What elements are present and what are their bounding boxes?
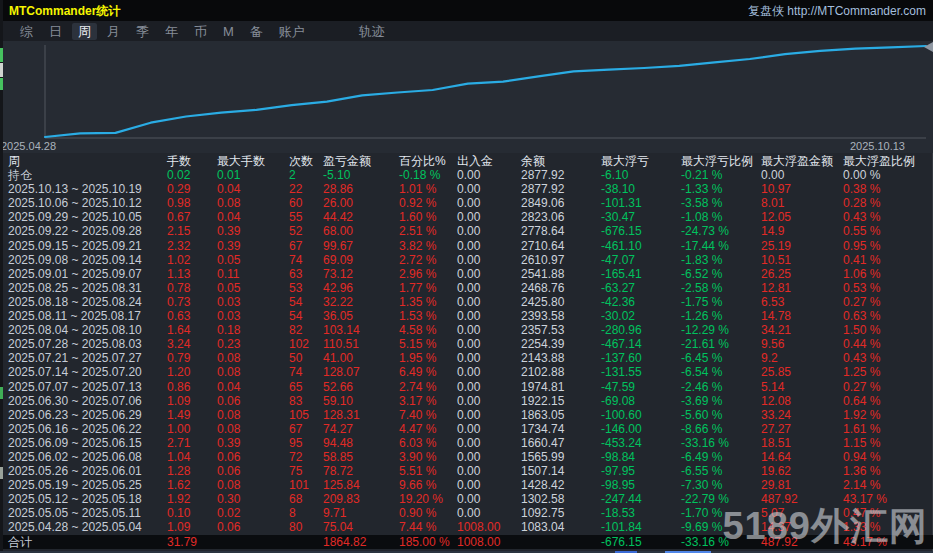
cell: 2143.88 xyxy=(516,351,596,365)
table-row[interactable]: 2025.05.26 ~ 2025.06.011.280.067578.725.… xyxy=(0,464,933,478)
cell: 0.00 xyxy=(452,478,516,492)
cell: 0.00 xyxy=(452,408,516,422)
row-label: 合计 xyxy=(0,535,162,549)
cell: 0.06 xyxy=(212,394,284,408)
cell: 1.36 % xyxy=(838,464,933,478)
cell: -38.10 xyxy=(596,182,676,196)
menu-item-selected[interactable]: 周 xyxy=(72,23,97,40)
table-row[interactable]: 2025.10.13 ~ 2025.10.190.290.042228.861.… xyxy=(0,182,933,196)
cell: -467.14 xyxy=(596,337,676,351)
cell: 74 xyxy=(284,253,318,267)
cell: 0.04 xyxy=(212,210,284,224)
cell: 0.00 xyxy=(452,281,516,295)
menu-item[interactable]: 币 xyxy=(188,23,213,40)
table-row[interactable]: 2025.05.05 ~ 2025.05.110.100.0289.710.90… xyxy=(0,506,933,520)
cell: -8.66 % xyxy=(676,422,756,436)
equity-curve-svg xyxy=(0,41,933,153)
cell: 1.33 % xyxy=(838,520,933,534)
cell: 36.05 xyxy=(318,309,394,323)
cell: 14.9 xyxy=(756,224,838,238)
cell: 2.71 xyxy=(162,436,212,450)
cell: -1.33 % xyxy=(676,182,756,196)
cell: 0.63 xyxy=(162,309,212,323)
table-row[interactable]: 2025.06.16 ~ 2025.06.221.000.086774.274.… xyxy=(0,422,933,436)
cell: 1008.00 xyxy=(452,520,516,534)
table-row[interactable]: 2025.09.08 ~ 2025.09.141.020.057469.092.… xyxy=(0,253,933,267)
cell: 1863.05 xyxy=(516,408,596,422)
menu-item[interactable]: 季 xyxy=(130,23,155,40)
cell: 75 xyxy=(284,464,318,478)
row-label: 2025.09.29 ~ 2025.10.05 xyxy=(0,210,162,224)
table-row[interactable]: 2025.09.15 ~ 2025.09.212.320.396799.673.… xyxy=(0,239,933,253)
table-row[interactable]: 2025.07.14 ~ 2025.07.201.200.0874128.076… xyxy=(0,365,933,379)
table-row[interactable]: 合计31.791864.82185.00 %1008.00-676.15-33.… xyxy=(0,535,933,549)
cell: 3.24 xyxy=(162,337,212,351)
cell: -22.79 % xyxy=(676,492,756,506)
table-row[interactable]: 2025.04.28 ~ 2025.05.041.090.068075.047.… xyxy=(0,520,933,534)
table-row[interactable]: 2025.10.06 ~ 2025.10.120.980.086026.000.… xyxy=(0,196,933,210)
row-label: 2025.05.05 ~ 2025.05.11 xyxy=(0,506,162,520)
cell: -247.44 xyxy=(596,492,676,506)
menu-item[interactable]: M xyxy=(217,23,240,40)
cell: 2541.88 xyxy=(516,267,596,281)
cell: 1.64 xyxy=(162,323,212,337)
brand-link[interactable]: 复盘侠 http://MTCommander.com xyxy=(748,3,926,20)
cell: 1.92 % xyxy=(838,408,933,422)
column-header: 余额 xyxy=(516,154,596,168)
cell: -42.36 xyxy=(596,295,676,309)
cell: 69.09 xyxy=(318,253,394,267)
cell: 4.58 % xyxy=(394,323,452,337)
cell: 102 xyxy=(284,337,318,351)
cell: -33.16 % xyxy=(676,535,756,549)
cell: 33.24 xyxy=(756,408,838,422)
cell: 27.27 xyxy=(756,422,838,436)
cell: -461.10 xyxy=(596,239,676,253)
cell: 0.00 xyxy=(452,224,516,238)
cell: 2425.80 xyxy=(516,295,596,309)
table-row[interactable]: 2025.08.18 ~ 2025.08.240.730.035432.221.… xyxy=(0,295,933,309)
table-row[interactable]: 2025.09.01 ~ 2025.09.071.130.116373.122.… xyxy=(0,267,933,281)
cell: 52.66 xyxy=(318,380,394,394)
cell: 19.62 xyxy=(756,464,838,478)
cell: 4.47 % xyxy=(394,422,452,436)
table-row[interactable]: 2025.09.22 ~ 2025.09.282.150.395268.002.… xyxy=(0,224,933,238)
cell: 41.00 xyxy=(318,351,394,365)
table-row[interactable]: 2025.06.02 ~ 2025.06.081.040.067258.853.… xyxy=(0,450,933,464)
menu-item[interactable]: 综 xyxy=(14,23,39,40)
table-row[interactable]: 2025.07.07 ~ 2025.07.130.860.046552.662.… xyxy=(0,380,933,394)
table-row[interactable]: 2025.05.12 ~ 2025.05.181.920.3068209.831… xyxy=(0,492,933,506)
titlebar: MTCommander统计 复盘侠 http://MTCommander.com xyxy=(0,0,933,21)
table-row[interactable]: 2025.08.04 ~ 2025.08.101.640.1882103.144… xyxy=(0,323,933,337)
cell: -3.58 % xyxy=(676,196,756,210)
cell: 185.00 % xyxy=(394,535,452,549)
table-row[interactable]: 2025.08.11 ~ 2025.08.170.630.035436.051.… xyxy=(0,309,933,323)
table-row[interactable]: 2025.07.21 ~ 2025.07.270.790.085041.001.… xyxy=(0,351,933,365)
menu-item[interactable]: 账户 xyxy=(273,23,311,40)
table-row[interactable]: 持仓0.020.012-5.10-0.18 %0.002877.92-6.10-… xyxy=(0,168,933,182)
cell: 0.00 xyxy=(452,365,516,379)
row-label: 2025.06.09 ~ 2025.06.15 xyxy=(0,436,162,450)
line-end-marker-icon xyxy=(924,42,933,52)
app-window: MTCommander统计 复盘侠 http://MTCommander.com… xyxy=(0,0,933,553)
row-label: 2025.09.08 ~ 2025.09.14 xyxy=(0,253,162,267)
table-row[interactable]: 2025.06.30 ~ 2025.07.061.090.068359.103.… xyxy=(0,394,933,408)
menu-item[interactable]: 日 xyxy=(43,23,68,40)
table-row[interactable]: 2025.09.29 ~ 2025.10.050.670.045544.421.… xyxy=(0,210,933,224)
table-row[interactable]: 2025.06.23 ~ 2025.06.291.490.08105128.31… xyxy=(0,408,933,422)
cell: 0.00 xyxy=(452,210,516,224)
table-row[interactable]: 2025.05.19 ~ 2025.05.251.620.08101125.84… xyxy=(0,478,933,492)
menu-item[interactable]: 轨迹 xyxy=(353,23,391,40)
menu-item[interactable]: 年 xyxy=(159,23,184,40)
cell: 53 xyxy=(284,281,318,295)
cell: 1008.00 xyxy=(452,535,516,549)
table-row[interactable]: 2025.08.25 ~ 2025.08.310.780.055342.961.… xyxy=(0,281,933,295)
menu-item[interactable]: 月 xyxy=(101,23,126,40)
cell: 0.00 xyxy=(452,436,516,450)
cell: 6.53 xyxy=(756,295,838,309)
table-row[interactable]: 2025.07.28 ~ 2025.08.033.240.23102110.51… xyxy=(0,337,933,351)
cell: 0.00 xyxy=(452,168,516,182)
menu-item[interactable]: 备 xyxy=(244,23,269,40)
table-row[interactable]: 2025.06.09 ~ 2025.06.152.710.399594.486.… xyxy=(0,436,933,450)
cell: 26.25 xyxy=(756,267,838,281)
cell: 125.84 xyxy=(318,478,394,492)
